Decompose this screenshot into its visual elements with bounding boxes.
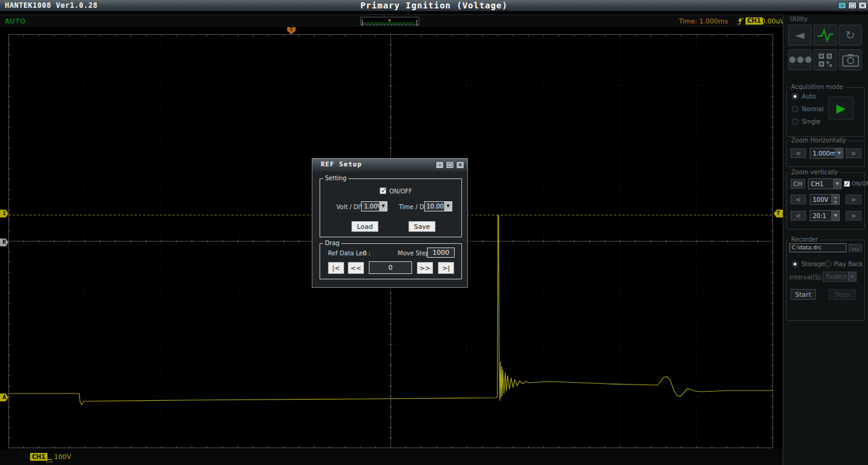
radio-storage-label: Storage <box>801 261 825 267</box>
chevron-down-icon[interactable]: ▼ <box>444 202 452 211</box>
trigger-level-readout: 0.00uV <box>761 17 785 25</box>
trigger-level-marker[interactable]: T <box>774 210 783 217</box>
drag-last-button[interactable]: >| <box>438 262 454 274</box>
save-button[interactable]: Save <box>408 221 436 232</box>
dialog-titlebar[interactable]: REF Setup <box>312 159 467 171</box>
waveform-generator-button[interactable] <box>813 25 837 46</box>
acquisition-mode-label: Acquisition mode <box>789 84 845 90</box>
channel1-badge[interactable]: CH1 <box>30 453 47 461</box>
utility-section-label: Utility <box>788 16 809 22</box>
acquisition-status: AUTO <box>5 17 26 25</box>
minimize-button[interactable]: – <box>838 2 846 9</box>
channel1-position-marker[interactable]: 1 <box>0 210 8 217</box>
control-sidebar: Utility ◄ ↻ ●●● Acquisition mode Auto No… <box>783 14 868 465</box>
dialog-minimize-button[interactable]: – <box>436 161 444 169</box>
record-stop-button-disabled: Stop <box>829 290 855 300</box>
screenshot-button[interactable] <box>839 49 862 70</box>
ellipsis-icon: ●●● <box>789 54 813 64</box>
back-button[interactable]: ◄ <box>788 25 812 46</box>
play-icon: ▶ <box>836 101 845 115</box>
channel1-voltdiv-readout: 100V <box>54 453 71 461</box>
chevron-down-icon: ▼ <box>848 272 856 281</box>
dialog-close-button[interactable]: × <box>456 161 464 169</box>
move-step-input[interactable]: 1000 <box>427 248 455 258</box>
probe-value: 20:1 <box>813 213 826 219</box>
ref-voltdiv-select[interactable]: 1.00V ▼ <box>361 201 387 211</box>
refresh-icon: ↻ <box>846 28 855 41</box>
dialog-title: REF Setup <box>321 160 362 168</box>
camera-icon <box>842 53 859 67</box>
zoom-vertical-label: Zoom vertically <box>789 169 840 175</box>
radio-auto[interactable] <box>792 93 798 100</box>
volt-div-prev-button[interactable]: < <box>791 195 806 204</box>
window-titlebar: HANTEK1008 Ver1.0.28 Primary Ignition (V… <box>0 0 868 11</box>
ref-data-len-value: 0 <box>363 250 366 257</box>
record-path-input[interactable]: C:\data.drc <box>789 243 846 252</box>
radio-playback[interactable] <box>825 261 831 267</box>
probe-select[interactable]: 20:1 ▼ <box>810 210 840 221</box>
spinner-arrows-icon[interactable]: ▲▼ <box>831 195 839 204</box>
ref-onoff-checkbox[interactable] <box>380 187 386 194</box>
browse-button[interactable]: ... <box>849 244 862 252</box>
chevron-down-icon[interactable]: ▼ <box>379 202 387 211</box>
volt-div-spinner[interactable]: 100V ▲▼ <box>810 194 840 205</box>
channel-select[interactable]: CH1 ▼ <box>808 178 842 189</box>
status-bar: AUTO Time: 1.000ms CH1 0.00uV <box>0 14 783 26</box>
setting-group-label: Setting <box>323 175 348 181</box>
ref-setup-dialog: REF Setup – □ × Setting ON/OFF Volt / DI… <box>312 158 468 288</box>
zoom-horizontal-label: Zoom Horizontally <box>789 137 848 144</box>
chevron-down-icon[interactable]: ▼ <box>835 148 843 158</box>
record-start-button[interactable]: Start <box>791 289 816 300</box>
ref-timediv-select[interactable]: 10.00us ▼ <box>424 201 452 211</box>
drag-group-label: Drag <box>323 240 341 246</box>
back-arrow-icon: ◄ <box>795 28 804 42</box>
trigger-edge-icon <box>737 16 744 28</box>
run-button[interactable]: ▶ <box>828 97 854 120</box>
zoom-h-prev-button[interactable]: < <box>791 148 806 158</box>
channel-select-value: CH1 <box>811 181 824 187</box>
probe-prev-button[interactable]: < <box>791 211 806 220</box>
chevron-down-icon[interactable]: ▼ <box>833 179 841 189</box>
radio-normal[interactable] <box>792 106 798 112</box>
radio-single[interactable] <box>792 118 798 125</box>
interval-label: Interval(S): <box>789 274 823 281</box>
dialog-maximize-button[interactable]: □ <box>446 161 454 169</box>
radio-storage[interactable] <box>792 261 798 267</box>
drag-next-button[interactable]: >> <box>417 262 433 274</box>
waveform-preview-icon <box>361 19 419 26</box>
drag-first-button[interactable]: |< <box>328 262 344 274</box>
channel-a-position-marker[interactable]: A <box>0 394 8 401</box>
pulse-icon <box>816 26 834 44</box>
interval-select-disabled: Fastest ▼ <box>823 272 857 282</box>
ch-button[interactable]: CH <box>791 179 805 189</box>
radio-normal-label: Normal <box>802 106 824 112</box>
channel-onoff-checkbox[interactable] <box>844 181 850 187</box>
qr-code-button[interactable] <box>813 49 837 70</box>
ref-onoff-label: ON/OFF <box>389 188 412 195</box>
load-button[interactable]: Load <box>351 221 378 232</box>
timebase-select[interactable]: 1.000ms ▼ <box>810 148 843 159</box>
channel-onoff-label: ON/OFF <box>852 181 868 187</box>
channel-status-bar: CH1 100V <box>0 449 783 465</box>
close-button[interactable]: × <box>858 2 867 9</box>
probe-next-button[interactable]: > <box>846 211 861 220</box>
radio-auto-label: Auto <box>802 93 816 100</box>
trigger-position-marker[interactable]: T <box>287 27 296 34</box>
refresh-button[interactable]: ↻ <box>839 25 862 46</box>
zoom-h-next-button[interactable]: > <box>846 148 861 158</box>
chevron-down-icon[interactable]: ▼ <box>831 211 839 220</box>
qr-code-icon <box>818 53 833 67</box>
radio-playback-label: Play Back <box>834 261 863 267</box>
radio-single-label: Single <box>802 118 821 125</box>
volt-div-next-button[interactable]: > <box>846 195 861 204</box>
drag-position-field[interactable]: 0 <box>369 261 412 274</box>
reference-position-marker[interactable]: R <box>0 239 8 246</box>
waveform-preview[interactable] <box>360 17 419 25</box>
drag-prev-button[interactable]: << <box>348 262 364 274</box>
time-base-readout: Time: 1.000ms <box>679 17 728 25</box>
recorder-label: Recorder <box>789 236 820 243</box>
more-options-button[interactable]: ●●● <box>788 49 812 70</box>
volt-div-label: Volt / DIV <box>336 204 364 210</box>
maximize-button[interactable]: □ <box>848 2 857 9</box>
interval-value: Fastest <box>826 273 847 280</box>
